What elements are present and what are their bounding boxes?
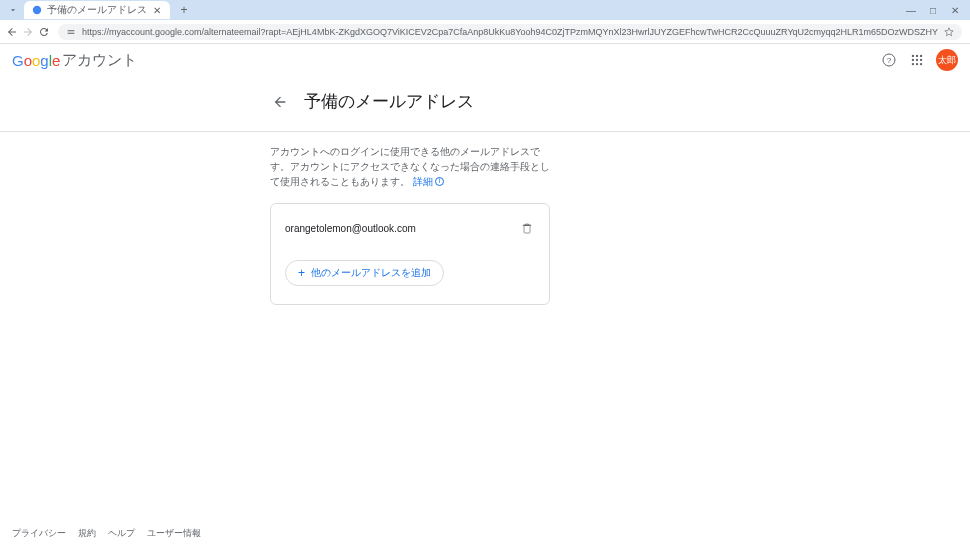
svg-point-10	[920, 55, 922, 57]
footer-terms-link[interactable]: 規約	[78, 527, 96, 540]
detail-link[interactable]: 詳細 i	[413, 174, 444, 189]
browser-tab[interactable]: 予備のメールアドレス ✕	[24, 1, 170, 19]
help-button[interactable]: ?	[880, 51, 898, 69]
browser-toolbar: https://myaccount.google.com/alternateem…	[0, 20, 970, 44]
tab-search-button[interactable]	[6, 3, 20, 17]
browser-chrome: 予備のメールアドレス ✕ + — □ ✕ https://myaccount.g…	[0, 0, 970, 44]
add-email-button[interactable]: + 他のメールアドレスを追加	[285, 260, 444, 286]
footer-user-info-link[interactable]: ユーザー情報	[147, 527, 201, 540]
main-content: 予備のメールアドレス アカウントへのログインに使用できる他のメールアドレスです。…	[0, 76, 970, 305]
tab-strip: 予備のメールアドレス ✕ + — □ ✕	[0, 0, 970, 20]
url-text: https://myaccount.google.com/alternateem…	[82, 27, 938, 37]
email-row: orangetolemon@outlook.com	[285, 216, 535, 240]
divider	[0, 131, 970, 132]
add-button-label: 他のメールアドレスを追加	[311, 266, 431, 280]
email-value: orangetolemon@outlook.com	[285, 223, 416, 234]
footer-privacy-link[interactable]: プライバシー	[12, 527, 66, 540]
svg-point-0	[33, 6, 41, 14]
account-label: アカウント	[62, 51, 137, 70]
forward-nav-button[interactable]	[22, 23, 34, 41]
maximize-button[interactable]: □	[928, 5, 938, 15]
url-bar[interactable]: https://myaccount.google.com/alternateem…	[58, 24, 962, 40]
svg-point-8	[912, 55, 914, 57]
window-controls: — □ ✕	[906, 5, 970, 15]
footer: プライバシー 規約 ヘルプ ユーザー情報	[12, 527, 201, 540]
svg-point-15	[916, 63, 918, 65]
plus-icon: +	[298, 266, 305, 280]
back-button[interactable]	[270, 92, 290, 112]
svg-point-16	[920, 63, 922, 65]
svg-point-9	[916, 55, 918, 57]
apps-grid-button[interactable]	[908, 51, 926, 69]
email-card: orangetolemon@outlook.com + 他のメールアドレスを追加	[270, 203, 550, 305]
close-window-button[interactable]: ✕	[950, 5, 960, 15]
svg-point-11	[912, 59, 914, 61]
google-favicon-icon	[32, 5, 42, 15]
star-icon[interactable]	[944, 27, 954, 37]
svg-text:?: ?	[887, 56, 892, 65]
page-description: アカウントへのログインに使用できる他のメールアドレスです。アカウントにアクセスで…	[270, 144, 550, 189]
svg-point-12	[916, 59, 918, 61]
google-logo[interactable]: Google	[12, 52, 60, 69]
tab-title: 予備のメールアドレス	[47, 3, 147, 17]
back-nav-button[interactable]	[6, 23, 18, 41]
minimize-button[interactable]: —	[906, 5, 916, 15]
delete-email-button[interactable]	[519, 220, 535, 236]
app-header: Google アカウント ? 太郎	[0, 44, 970, 76]
svg-point-14	[912, 63, 914, 65]
tab-close-button[interactable]: ✕	[152, 5, 162, 15]
page-title: 予備のメールアドレス	[304, 90, 474, 113]
reload-button[interactable]	[38, 23, 50, 41]
svg-point-13	[920, 59, 922, 61]
site-info-icon[interactable]	[66, 27, 76, 37]
avatar[interactable]: 太郎	[936, 49, 958, 71]
info-icon: i	[435, 177, 444, 186]
new-tab-button[interactable]: +	[176, 2, 192, 18]
footer-help-link[interactable]: ヘルプ	[108, 527, 135, 540]
